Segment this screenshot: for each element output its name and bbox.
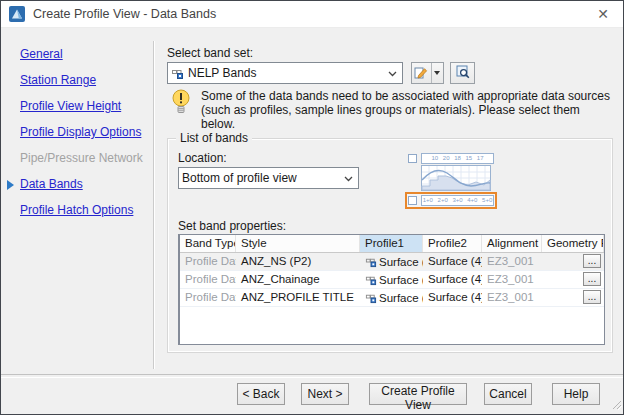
cancel-button[interactable]: Cancel [484, 383, 532, 405]
location-combobox[interactable]: Bottom of profile view [178, 167, 359, 189]
data-source-notice: Some of the data bands need to be associ… [171, 89, 615, 131]
location-value: Bottom of profile view [182, 171, 341, 185]
notice-text: Some of the data bands need to be associ… [201, 89, 615, 131]
edit-band-set-split-button[interactable] [411, 62, 444, 84]
band-properties-label: Set band properties: [178, 219, 286, 233]
sidebar-item-profile-hatch-options[interactable]: Profile Hatch Options [20, 204, 155, 217]
band-set-value: NELP Bands [188, 66, 385, 80]
list-of-bands-group: List of bands Location: Bottom of profil… [167, 138, 613, 353]
location-label: Location: [178, 151, 227, 165]
group-label: List of bands [176, 131, 252, 145]
column-header-alignment: Alignment [482, 235, 542, 252]
sidebar-item-data-bands[interactable]: Data Bands [20, 178, 155, 191]
bottom-band-checkbox [408, 196, 417, 205]
footer-divider [1, 374, 623, 378]
help-button[interactable]: Help [552, 383, 600, 405]
band-set-combobox[interactable]: NELP Bands [167, 62, 403, 84]
band-source-icon [365, 292, 377, 304]
wizard-nav: General Station Range Profile View Heigh… [20, 48, 155, 230]
footer-buttons: < Back Next > Create Profile View Cancel… [237, 383, 600, 405]
profile-chart-thumbnail [421, 165, 491, 191]
bottom-band-strip: 1+0 2+0 3+0 4+0 5+0 [421, 195, 494, 206]
band-type-cell: Profile Data [180, 253, 236, 270]
geometry-points-cell: ... [542, 271, 604, 288]
band-set-label: Select band set: [167, 46, 253, 60]
profile2-cell[interactable]: Surface (4) [423, 289, 482, 306]
table-header-row: Band Type Style Profile1 Profile2 Alignm… [180, 235, 604, 253]
sidebar-item-pipe-pressure-network: Pipe/Pressure Network [20, 152, 155, 165]
band-source-icon [365, 256, 377, 268]
next-button[interactable]: Next > [301, 383, 349, 405]
lightbulb-icon [171, 89, 191, 131]
close-icon[interactable]: ✕ [591, 5, 615, 23]
magnifier-icon [456, 65, 470, 82]
geometry-points-cell: ... [542, 253, 604, 270]
column-header-style: Style [236, 235, 360, 252]
top-band-strip: 10 20 18 15 17 [421, 153, 494, 164]
band-location-preview: 10 20 18 15 17 1+0 2+0 3+0 4+0 5+0 [408, 153, 494, 209]
sidebar-divider [153, 41, 154, 369]
create-profile-view-button[interactable]: Create Profile View [369, 383, 467, 405]
profile1-cell[interactable]: Surface (4) [360, 289, 423, 306]
top-band-checkbox [408, 154, 417, 163]
alignment-cell: EZ3_001 [482, 289, 542, 306]
geometry-points-ellipsis-button[interactable]: ... [583, 272, 601, 286]
preview-top-band: 10 20 18 15 17 [408, 153, 494, 164]
geometry-points-ellipsis-button[interactable]: ... [583, 254, 601, 268]
profile2-cell[interactable]: Surface (4) [423, 253, 482, 270]
create-profile-view-dialog: Create Profile View - Data Bands ✕ Gener… [0, 0, 624, 415]
band-type-cell: Profile Data [180, 271, 236, 288]
column-header-band-type: Band Type [180, 235, 236, 252]
band-type-cell: Profile Data [180, 289, 236, 306]
dialog-title: Create Profile View - Data Bands [33, 7, 216, 21]
style-cell: ANZ_PROFILE TITLE [236, 289, 360, 306]
profile1-cell[interactable]: Surface (4) [360, 253, 423, 270]
current-page-arrow-icon [7, 180, 14, 190]
geometry-points-cell: ... [542, 289, 604, 306]
profile1-cell[interactable]: Surface (4) [360, 271, 423, 288]
sidebar-item-profile-view-height[interactable]: Profile View Height [20, 100, 155, 113]
alignment-cell: EZ3_001 [482, 271, 542, 288]
title-bar: Create Profile View - Data Bands ✕ [1, 1, 623, 28]
sidebar-item-station-range[interactable]: Station Range [20, 74, 155, 87]
preview-bottom-band-highlighted: 1+0 2+0 3+0 4+0 5+0 [405, 192, 497, 209]
table-row[interactable]: Profile Data ANZ_NS (P2) Surface (4) Sur… [180, 253, 604, 271]
table-row[interactable]: Profile Data ANZ_PROFILE TITLE Surface (… [180, 289, 604, 307]
edit-options-arrow-icon[interactable] [431, 63, 443, 83]
style-cell: ANZ_NS (P2) [236, 253, 360, 270]
chevron-down-icon [388, 66, 397, 80]
sidebar-item-profile-display-options[interactable]: Profile Display Options [20, 126, 155, 139]
column-header-geometry-points: Geometry P... [542, 235, 604, 252]
sidebar-item-general[interactable]: General [20, 48, 155, 61]
column-header-profile1: Profile1 [360, 235, 423, 252]
back-button[interactable]: < Back [237, 383, 285, 405]
civil3d-app-icon [9, 6, 25, 22]
alignment-cell: EZ3_001 [482, 253, 542, 270]
edit-pencil-icon [412, 66, 431, 80]
profile2-cell[interactable]: Surface (4) [423, 271, 482, 288]
column-header-profile2: Profile2 [423, 235, 482, 252]
table-row[interactable]: Profile Data ANZ_Chainage Surface (4) Su… [180, 271, 604, 289]
band-properties-table: Band Type Style Profile1 Profile2 Alignm… [178, 234, 605, 345]
style-cell: ANZ_Chainage [236, 271, 360, 288]
resize-grip[interactable] [610, 398, 622, 413]
band-source-icon [365, 274, 377, 286]
band-set-icon [171, 67, 184, 80]
pick-band-set-button[interactable] [450, 62, 475, 84]
geometry-points-ellipsis-button[interactable]: ... [583, 290, 601, 304]
chevron-down-icon [344, 171, 353, 185]
